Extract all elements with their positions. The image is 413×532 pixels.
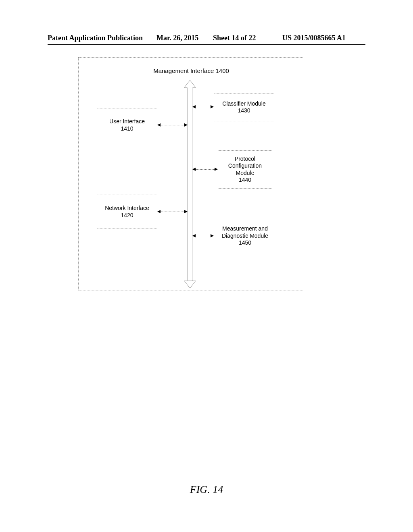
connector-net	[161, 212, 184, 212]
module-label: Measurement and Diagnostic Module	[214, 225, 276, 239]
arrowhead-icon	[192, 168, 196, 171]
module-user-interface: User Interface 1410	[97, 108, 157, 142]
connector-cls	[196, 107, 211, 107]
header-appno: US 2015/0085665 A1	[282, 34, 346, 42]
header-publication: Patent Application Publication	[48, 34, 143, 42]
module-number: 1430	[238, 107, 250, 114]
svg-marker-0	[184, 80, 196, 88]
vertical-bus	[188, 87, 192, 281]
arrowhead-icon	[184, 123, 188, 127]
module-measurement-diagnostic: Measurement and Diagnostic Module 1450	[214, 219, 276, 253]
svg-marker-1	[184, 280, 196, 288]
arrowhead-icon	[157, 210, 161, 213]
arrowhead-icon	[192, 234, 196, 237]
module-number: 1420	[121, 212, 133, 219]
arrowhead-icon	[211, 105, 214, 108]
connector-ui	[161, 125, 184, 125]
module-number: 1440	[239, 177, 251, 184]
module-number: 1410	[121, 125, 133, 133]
bus-arrow-down-icon	[184, 280, 196, 288]
figure-caption: FIG. 14	[0, 484, 413, 496]
header-date: Mar. 26, 2015	[156, 34, 198, 42]
module-protocol-config: Protocol Configuration Module 1440	[218, 150, 272, 189]
arrowhead-icon	[215, 168, 218, 171]
module-label: Protocol Configuration Module	[218, 156, 272, 177]
header-sheet: Sheet 14 of 22	[213, 34, 256, 42]
connector-proto	[196, 169, 215, 170]
diagram-title: Management Interface 1400	[79, 67, 304, 74]
arrowhead-icon	[157, 123, 161, 127]
bus-arrow-up-icon	[184, 80, 196, 88]
module-classifier: Classifier Module 1430	[214, 93, 274, 121]
connector-meas	[196, 236, 211, 236]
module-network-interface: Network Interface 1420	[97, 195, 157, 229]
module-label: Classifier Module	[222, 100, 265, 108]
arrowhead-icon	[184, 210, 188, 213]
arrowhead-icon	[192, 105, 196, 108]
module-number: 1450	[239, 239, 251, 247]
module-label: User Interface	[109, 118, 145, 125]
arrowhead-icon	[211, 234, 214, 237]
module-label: Network Interface	[105, 205, 149, 212]
diagram-frame: Management Interface 1400 User Interface…	[78, 57, 304, 291]
header-rule	[48, 44, 365, 45]
